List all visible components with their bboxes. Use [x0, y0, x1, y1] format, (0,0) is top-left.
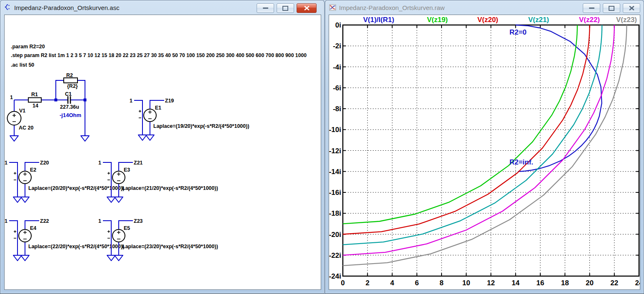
- ground-icon: [138, 135, 147, 140]
- minimize-icon: [589, 7, 594, 9]
- trace-legend: V(1)/I(R1)V(z19)V(z20)V(z21)V(z22)V(z23): [329, 15, 640, 26]
- e-source-name: E3: [124, 167, 130, 173]
- resistor-r2-symbol[interactable]: [64, 78, 77, 83]
- e-source-name: E1: [155, 105, 161, 111]
- input-node-label: 1: [5, 160, 7, 166]
- input-node-label: 1: [5, 218, 7, 224]
- spice-directives: .param R2=20 .step param R2 list 1m 1 2 …: [11, 44, 307, 68]
- trace-V(z21): [343, 25, 602, 245]
- schematic-titlebar[interactable]: Impedanz-Paradoxon_Ortskurven.asc: [0, 0, 324, 15]
- legend-V(z23)[interactable]: V(z23): [616, 16, 637, 24]
- minimize-icon: [263, 7, 268, 9]
- maximize-button[interactable]: [277, 3, 294, 13]
- control-pin-marks: [107, 172, 110, 180]
- y-tick-label: -16i: [329, 189, 341, 197]
- e-source-name: E2: [30, 167, 36, 173]
- laplace-expression: Laplace=(23/20)*exp(-s*R2/(4*50*1000)): [122, 244, 218, 249]
- ground-icon: [81, 136, 89, 141]
- waveform-titlebar[interactable]: Impedanz-Paradoxon_Ortskurven.raw: [325, 0, 644, 15]
- x-tick-label: 16: [537, 279, 544, 287]
- r1-name: R1: [31, 92, 38, 97]
- y-tick-label: -18i: [329, 209, 341, 217]
- y-tick-label: -12i: [329, 147, 341, 155]
- ground-icon: [107, 197, 115, 202]
- y-tick-label: -22i: [329, 252, 341, 259]
- e-source-group: 1 Z21 E3 Laplace=(21/20)*exp(-s*R2/(4*50…: [98, 160, 218, 202]
- input-node-label: 1: [98, 218, 101, 224]
- r2-value: {R2}: [67, 83, 78, 89]
- close-button[interactable]: [297, 3, 317, 13]
- close-icon: [629, 6, 634, 10]
- laplace-expression: Laplace=(21/20)*exp(-s*R2/(4*50*1000)): [122, 185, 218, 191]
- x-tick-label: 22: [610, 279, 618, 287]
- minimize-button[interactable]: [583, 3, 600, 13]
- legend-V(z20)[interactable]: V(z20): [477, 16, 498, 24]
- directive-param: .param R2=20: [11, 44, 45, 50]
- y-tick-label: -6i: [333, 84, 341, 92]
- e-source-name: E4: [30, 225, 36, 231]
- control-pin-marks: [14, 172, 16, 180]
- close-button[interactable]: [623, 3, 640, 13]
- main-circuit: 1 R1 14 R2 {R2} C1 227.36u V1 AC 20 -j14…: [7, 72, 90, 141]
- ground-icon: [13, 255, 22, 261]
- node-label: 1: [10, 95, 13, 100]
- legend-V(1)/I(R1)[interactable]: V(1)/I(R1): [363, 16, 394, 24]
- x-tick-label: 18: [561, 279, 569, 287]
- impedance-locus-plot[interactable]: 0246810121416182022240i-2i-4i-6i-8i-10i-…: [329, 15, 640, 289]
- schematic-window: Impedanz-Paradoxon_Ortskurven.asc .param…: [0, 0, 324, 294]
- ground-icon: [146, 135, 154, 140]
- c1-name: C1: [65, 91, 72, 97]
- y-tick-label: -14i: [329, 168, 341, 176]
- waveform-pane[interactable]: V(1)/I(R1)V(z19)V(z20)V(z21)V(z22)V(z23)…: [329, 15, 640, 290]
- r2-name: R2: [66, 72, 73, 78]
- e-source-group: 1 Z22 E4 Laplace=(22/20)*exp(-s*R2/(4*50…: [5, 218, 124, 261]
- maximize-icon: [609, 6, 614, 11]
- laplace-expression: Laplace=(19/20)*exp(-s*R2/(4*50*1000)): [153, 123, 249, 129]
- output-node-label: Z22: [40, 218, 49, 224]
- ltspice-schematic-icon: [4, 4, 11, 11]
- control-pin-marks: [14, 230, 16, 238]
- y-tick-label: -2i: [333, 42, 341, 50]
- laplace-expression: Laplace=(20/20)*exp(-s*R2/(4*50*1000)): [28, 185, 124, 191]
- e-source-name: E5: [124, 225, 130, 231]
- x-tick-label: 12: [487, 279, 495, 287]
- trace-V(1)/I(R1): [516, 25, 602, 172]
- minimize-button[interactable]: [257, 3, 274, 13]
- legend-V(z22)[interactable]: V(z22): [579, 16, 600, 24]
- y-tick-label: -4i: [333, 63, 341, 71]
- trace-V(z19): [343, 25, 577, 224]
- ground-icon: [21, 197, 29, 202]
- e-source-group: 1 Z20 E2 Laplace=(20/20)*exp(-s*R2/(4*50…: [5, 160, 124, 202]
- output-node-label: Z20: [40, 160, 49, 166]
- ground-icon: [115, 197, 123, 202]
- output-node-label: Z23: [134, 218, 143, 224]
- r1-value: 14: [32, 103, 38, 109]
- control-pin-marks: [107, 230, 110, 238]
- x-tick-label: 0: [341, 279, 344, 287]
- y-tick-label: -20i: [329, 231, 341, 239]
- desktop: Impedanz-Paradoxon_Ortskurven.asc .param…: [0, 0, 644, 294]
- y-tick-label: -10i: [329, 126, 341, 134]
- ground-icon: [13, 197, 22, 202]
- maximize-button[interactable]: [603, 3, 620, 13]
- directive-step: .step param R2 list 1m 1 2 3 5 7 10 12 1…: [11, 52, 307, 58]
- e-source-group: 1 Z23 E5 Laplace=(23/20)*exp(-s*R2/(4*50…: [98, 218, 218, 261]
- annotation: R2=inf.: [509, 158, 533, 166]
- waveform-plot-icon: [329, 4, 336, 11]
- x-tick-label: 14: [512, 279, 519, 287]
- x-tick-label: 6: [415, 279, 419, 287]
- y-tick-label: -8i: [333, 105, 341, 113]
- legend-V(z21)[interactable]: V(z21): [528, 16, 549, 24]
- resistor-r1-symbol[interactable]: [28, 98, 41, 102]
- junction-dot: [84, 99, 87, 102]
- window-title: Impedanz-Paradoxon_Ortskurven.asc: [14, 4, 120, 11]
- schematic-canvas[interactable]: .param R2=20 .step param R2 list 1m 1 2 …: [4, 15, 321, 290]
- legend-V(z19)[interactable]: V(z19): [427, 16, 448, 24]
- x-tick-label: 2: [366, 279, 369, 287]
- junction-dot: [55, 99, 57, 102]
- y-tick-label: -24i: [329, 272, 341, 280]
- x-tick-label: 24: [635, 279, 640, 287]
- v1-name: V1: [19, 108, 25, 114]
- waveform-window: Impedanz-Paradoxon_Ortskurven.raw V(1)/I…: [325, 0, 644, 294]
- e-source-group: 1 Z19 E1 Laplace=(19/20)*exp(-s*R2/(4*50…: [130, 98, 249, 140]
